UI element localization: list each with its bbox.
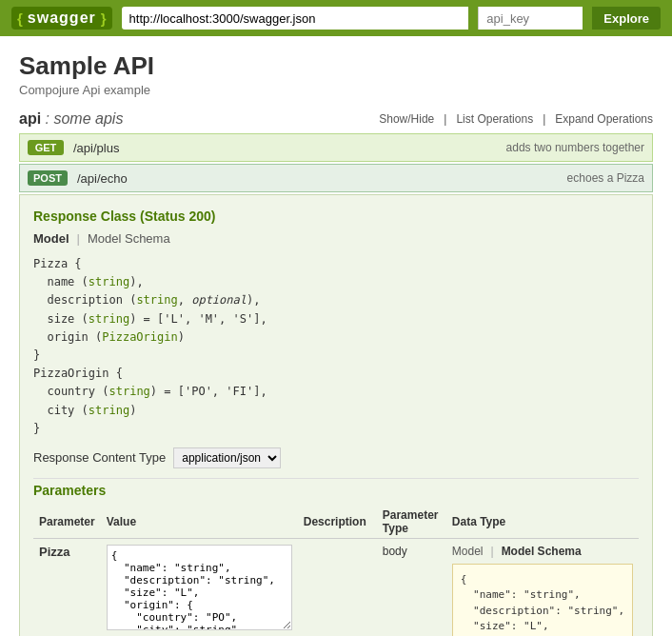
main-content: Sample API Compojure Api example api : s… <box>0 36 672 636</box>
api-key-input[interactable] <box>478 7 583 30</box>
response-ct-label: Response Content Type <box>33 450 166 465</box>
endpoint-desc-get: adds two numbers together <box>506 141 644 154</box>
response-content-type-row: Response Content Type application/json <box>33 447 639 468</box>
param-type-pizza: body <box>377 538 446 636</box>
method-badge-post: POST <box>28 170 68 186</box>
api-name-label: : some apis <box>46 110 124 127</box>
param-textarea-pizza[interactable]: { "name": "string", "description": "stri… <box>107 545 292 630</box>
show-hide-link[interactable]: Show/Hide <box>379 112 434 126</box>
col-data-type: Data Type <box>446 506 639 539</box>
logo-bracket: { <box>17 10 23 27</box>
param-desc-pizza <box>298 538 377 636</box>
endpoint-path-post: /api/echo <box>77 171 567 186</box>
response-title: Response Class (Status 200) <box>33 209 639 224</box>
col-description: Description <box>298 506 377 539</box>
api-header: api : some apis Show/Hide | List Operati… <box>19 110 653 128</box>
col-param-type: Parameter Type <box>377 506 446 539</box>
api-section-title: api : some apis <box>19 110 123 128</box>
header: { swagger } Explore <box>0 0 672 36</box>
api-section: api : some apis Show/Hide | List Operati… <box>19 110 653 636</box>
app-title: Sample API <box>19 51 653 81</box>
method-badge-get: GET <box>28 140 64 155</box>
endpoint-row-get[interactable]: GET /api/plus adds two numbers together <box>19 133 653 162</box>
endpoint-desc-post: echoes a Pizza <box>567 171 644 185</box>
logo: { swagger } <box>11 7 112 30</box>
list-operations-link[interactable]: List Operations <box>456 112 533 126</box>
model-tabs: Model | Model Schema <box>33 231 639 246</box>
param-value-pizza: { "name": "string", "description": "stri… <box>101 538 298 636</box>
param-name-pizza: Pizza <box>33 538 101 636</box>
expand-operations-link[interactable]: Expand Operations <box>555 112 653 126</box>
api-actions: Show/Hide | List Operations | Expand Ope… <box>379 112 653 126</box>
col-parameter: Parameter <box>33 506 101 539</box>
parameters-table: Parameter Value Description Parameter Ty… <box>33 506 639 636</box>
explore-button[interactable]: Explore <box>592 7 661 30</box>
schema-tabs: Model | Model Schema <box>452 545 633 558</box>
url-input[interactable] <box>122 7 469 30</box>
schema-box: { "name": "string", "description": "stri… <box>452 564 633 636</box>
response-ct-select[interactable]: application/json <box>173 447 281 468</box>
model-code-display: Pizza { name (string), description (stri… <box>33 255 639 438</box>
model-tab-model[interactable]: Model <box>33 231 77 246</box>
schema-code: { "name": "string", "description": "stri… <box>461 572 624 636</box>
divider <box>33 478 639 479</box>
param-datatype-pizza: Model | Model Schema { "name": "string",… <box>446 538 639 636</box>
col-value: Value <box>101 506 298 539</box>
model-tab-schema[interactable]: Model Schema <box>88 231 178 246</box>
schema-tab-schema[interactable]: Model Schema <box>502 545 589 558</box>
app-subtitle: Compojure Api example <box>19 83 653 97</box>
schema-tab-model[interactable]: Model <box>452 545 491 558</box>
endpoint-row-post[interactable]: POST /api/echo echoes a Pizza <box>19 164 653 192</box>
logo-text: swagger <box>28 10 96 27</box>
response-section: Response Class (Status 200) Model | Mode… <box>19 194 653 636</box>
logo-bracket-close: } <box>101 10 107 27</box>
table-row: Pizza { "name": "string", "description":… <box>33 538 639 636</box>
parameters-title: Parameters <box>33 483 639 498</box>
endpoint-path-get: /api/plus <box>73 141 506 155</box>
